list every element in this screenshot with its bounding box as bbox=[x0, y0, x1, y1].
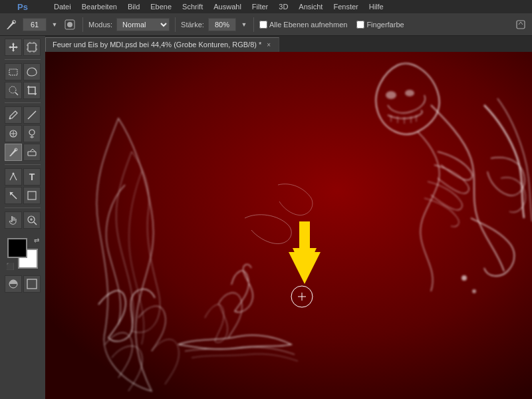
brush-size-input[interactable]: 61 bbox=[23, 18, 47, 31]
svg-rect-4 bbox=[28, 43, 36, 51]
menu-datei[interactable]: Datei bbox=[49, 1, 76, 12]
zoom-tool[interactable] bbox=[23, 211, 41, 229]
tool-row-2 bbox=[5, 63, 41, 80]
tool-row-6 bbox=[5, 144, 41, 161]
pen-tool[interactable] bbox=[5, 168, 22, 186]
path-select-tool[interactable] bbox=[5, 187, 22, 204]
tool-sep-1 bbox=[5, 59, 41, 60]
clone-tool[interactable] bbox=[23, 125, 41, 142]
staerke-input[interactable]: 80% bbox=[208, 18, 236, 31]
modus-label: Modus: bbox=[88, 21, 112, 29]
menu-filter[interactable]: Filter bbox=[247, 1, 273, 12]
eraser-tool[interactable] bbox=[23, 144, 41, 161]
tool-row-mask bbox=[5, 275, 41, 293]
quick-select-tool[interactable] bbox=[5, 82, 22, 99]
menu-schrift[interactable]: Schrift bbox=[178, 1, 207, 12]
move-tool[interactable] bbox=[5, 39, 22, 56]
brush-size-dropdown[interactable]: ▼ bbox=[51, 17, 59, 32]
tool-row-1 bbox=[5, 39, 41, 56]
svg-rect-5 bbox=[9, 69, 17, 75]
svg-point-14 bbox=[29, 130, 35, 135]
svg-line-7 bbox=[15, 92, 18, 95]
eyedropper-tool[interactable] bbox=[5, 106, 22, 124]
switch-colors-icon[interactable]: ⇄ bbox=[34, 237, 39, 244]
staerke-label: Stärke: bbox=[181, 21, 204, 29]
screen-mode-tool[interactable] bbox=[23, 275, 41, 293]
tool-sep-4 bbox=[5, 207, 41, 208]
image-background bbox=[45, 52, 532, 399]
brush-preset-icon[interactable] bbox=[63, 17, 77, 32]
tools-panel: T bbox=[0, 36, 45, 399]
svg-point-30 bbox=[386, 91, 396, 99]
artboard-tool[interactable] bbox=[23, 39, 41, 56]
tool-row-9 bbox=[5, 211, 41, 229]
menu-fenster[interactable]: Fenster bbox=[329, 1, 362, 12]
svg-point-8 bbox=[9, 118, 11, 120]
svg-rect-21 bbox=[28, 192, 36, 200]
menu-bearbeiten[interactable]: Bearbeiten bbox=[77, 1, 122, 12]
brush-icon[interactable] bbox=[4, 17, 19, 32]
tab-title: Feuer und Eis by MDI.psd bei 44,4% (Grob… bbox=[53, 41, 261, 49]
shape-tool[interactable] bbox=[23, 187, 41, 204]
svg-point-38 bbox=[472, 289, 476, 293]
heal-tool[interactable] bbox=[5, 125, 22, 142]
tool-row-8 bbox=[5, 187, 41, 204]
menu-auswahl[interactable]: Auswahl bbox=[209, 1, 246, 12]
separator-2 bbox=[175, 17, 176, 32]
brush-tool[interactable] bbox=[5, 144, 22, 161]
separator-3 bbox=[253, 17, 254, 32]
ps-logo: Ps bbox=[17, 2, 28, 12]
fingerfarbe-label[interactable]: Fingerfarbe bbox=[356, 21, 404, 29]
svg-point-31 bbox=[405, 90, 414, 96]
menu-hilfe[interactable]: Hilfe bbox=[364, 1, 388, 12]
fingerfarbe-checkbox[interactable] bbox=[356, 21, 364, 29]
modus-select[interactable]: Normal Auflösen Abdunkeln Multiplizieren… bbox=[116, 18, 170, 31]
art-canvas[interactable] bbox=[45, 52, 532, 399]
menu-bar: Datei Bearbeiten Bild Ebene Schrift Ausw… bbox=[0, 0, 532, 13]
menu-bild[interactable]: Bild bbox=[123, 1, 144, 12]
tool-row-7: T bbox=[5, 168, 41, 186]
hand-tool[interactable] bbox=[5, 211, 22, 229]
canvas-area bbox=[45, 52, 532, 399]
tool-sep-2 bbox=[5, 102, 41, 103]
color-swatches: ⇄ ⬛ bbox=[7, 238, 38, 269]
svg-line-23 bbox=[34, 222, 37, 225]
svg-rect-18 bbox=[28, 152, 36, 156]
menu-ebene[interactable]: Ebene bbox=[146, 1, 176, 12]
default-colors-icon[interactable]: ⬛ bbox=[6, 263, 14, 270]
separator-1 bbox=[82, 17, 83, 32]
svg-rect-27 bbox=[27, 279, 37, 289]
staerke-dropdown[interactable]: ▼ bbox=[240, 17, 248, 32]
menu-ansicht[interactable]: Ansicht bbox=[294, 1, 327, 12]
lasso-tool[interactable] bbox=[23, 63, 41, 80]
alle-ebenen-label[interactable]: Alle Ebenen aufnehmen bbox=[259, 21, 347, 29]
options-toolbar: 61 ▼ Modus: Normal Auflösen Abdunkeln Mu… bbox=[0, 13, 532, 36]
menu-3d[interactable]: 3D bbox=[274, 1, 293, 12]
crop-tool[interactable] bbox=[23, 82, 41, 99]
alle-ebenen-checkbox[interactable] bbox=[259, 21, 267, 29]
tab-bar: Feuer und Eis by MDI.psd bei 44,4% (Grob… bbox=[45, 36, 532, 52]
document-tab[interactable]: Feuer und Eis by MDI.psd bei 44,4% (Grob… bbox=[45, 37, 279, 52]
svg-point-37 bbox=[462, 275, 467, 281]
tab-close-button[interactable]: × bbox=[265, 41, 272, 49]
ruler-tool[interactable] bbox=[23, 106, 41, 124]
svg-point-6 bbox=[9, 86, 16, 93]
foreground-color-swatch[interactable] bbox=[7, 238, 27, 258]
svg-point-2 bbox=[67, 22, 72, 27]
tool-row-3 bbox=[5, 82, 41, 99]
tool-sep-3 bbox=[5, 164, 41, 165]
tablet-pressure-icon[interactable] bbox=[513, 17, 528, 32]
text-tool[interactable]: T bbox=[23, 168, 41, 186]
svg-rect-41 bbox=[299, 221, 310, 251]
svg-point-19 bbox=[13, 173, 15, 175]
tool-row-5 bbox=[5, 125, 41, 142]
quick-mask-tool[interactable] bbox=[5, 275, 22, 293]
svg-line-9 bbox=[28, 111, 36, 119]
tool-row-4 bbox=[5, 106, 41, 124]
rect-marquee-tool[interactable] bbox=[5, 63, 22, 80]
